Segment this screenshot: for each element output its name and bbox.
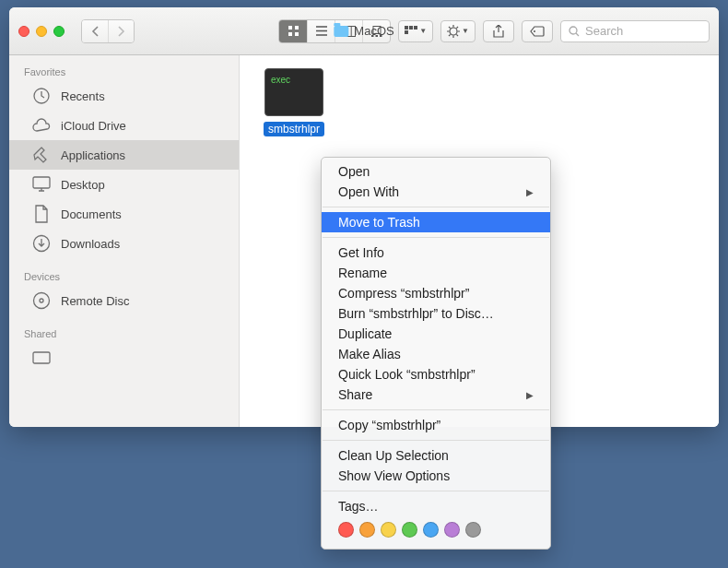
menu-compress[interactable]: Compress “smbstrhlpr”: [322, 283, 550, 303]
menu-open[interactable]: Open: [322, 161, 550, 182]
view-icons-button[interactable]: [279, 20, 307, 42]
sidebar-item-label: Remote Disc: [61, 294, 129, 308]
tag-color-yellow[interactable]: [381, 522, 396, 538]
sidebar-item-applications[interactable]: Applications: [9, 140, 239, 170]
svg-point-34: [40, 299, 43, 302]
sidebar-item-label: Desktop: [61, 178, 105, 192]
tags-button[interactable]: [522, 20, 553, 42]
menu-separator: [323, 207, 549, 207]
svg-line-25: [449, 34, 451, 36]
download-icon: [31, 234, 52, 253]
disc-icon: [31, 291, 52, 310]
svg-line-29: [576, 33, 579, 36]
title-text: MacOS: [354, 24, 393, 38]
menu-burn[interactable]: Burn “smbstrhlpr” to Disc…: [322, 303, 550, 324]
svg-line-24: [456, 34, 458, 36]
menu-move-to-trash[interactable]: Move to Trash: [322, 212, 550, 232]
svg-rect-16: [414, 26, 417, 30]
menu-open-with[interactable]: Open With▶: [322, 182, 550, 202]
menu-separator: [323, 491, 549, 491]
minimize-window-button[interactable]: [36, 26, 47, 37]
svg-rect-0: [288, 26, 292, 30]
traffic-lights: [18, 26, 65, 37]
desktop-icon: [31, 175, 52, 194]
menu-tags[interactable]: Tags…: [322, 496, 550, 516]
tag-color-gray[interactable]: [465, 522, 481, 538]
titlebar: MacOS ▼: [9, 7, 719, 55]
search-icon: [569, 26, 580, 37]
search-input[interactable]: Search: [560, 20, 710, 42]
apps-icon: [31, 146, 52, 164]
sidebar-item-downloads[interactable]: Downloads: [9, 229, 239, 258]
close-window-button[interactable]: [18, 26, 29, 37]
menu-separator: [323, 237, 549, 238]
sidebar: Favorites Recents iCloud Drive Applicati…: [9, 55, 240, 427]
menu-get-info[interactable]: Get Info: [322, 243, 550, 263]
cloud-icon: [31, 116, 52, 135]
svg-line-23: [449, 27, 451, 29]
menu-duplicate[interactable]: Duplicate: [322, 324, 550, 344]
clock-icon: [31, 87, 52, 105]
tag-color-orange[interactable]: [359, 522, 375, 538]
sidebar-item-label: Recents: [61, 89, 105, 103]
sidebar-item-shared[interactable]: [9, 343, 239, 373]
svg-rect-15: [409, 26, 413, 30]
sidebar-item-documents[interactable]: Documents: [9, 199, 239, 229]
arrange-button[interactable]: ▼: [398, 20, 433, 42]
context-menu: Open Open With▶ Move to Trash Get Info R…: [321, 157, 551, 550]
file-name-label: smbstrhlpr: [264, 122, 324, 136]
menu-view-options[interactable]: Show View Options: [322, 466, 550, 486]
menu-clean-up[interactable]: Clean Up Selection: [322, 445, 550, 466]
chevron-right-icon: ▶: [526, 187, 534, 197]
box-icon: [31, 349, 52, 367]
nav-buttons: [81, 19, 135, 43]
svg-rect-3: [295, 32, 299, 36]
sidebar-header-devices: Devices: [9, 267, 239, 286]
maximize-window-button[interactable]: [53, 26, 65, 37]
forward-button[interactable]: [108, 20, 134, 42]
menu-separator: [323, 409, 549, 410]
sidebar-item-recents[interactable]: Recents: [9, 81, 239, 111]
sidebar-item-label: iCloud Drive: [61, 119, 126, 133]
menu-copy[interactable]: Copy “smbstrhlpr”: [322, 415, 550, 435]
svg-rect-31: [33, 177, 50, 188]
sidebar-header-favorites: Favorites: [9, 63, 239, 81]
svg-rect-17: [405, 30, 408, 34]
exec-icon: exec: [264, 68, 323, 116]
sidebar-item-label: Downloads: [61, 237, 120, 251]
tag-color-blue[interactable]: [423, 522, 439, 538]
window-title: MacOS: [334, 24, 393, 38]
svg-point-28: [569, 27, 577, 34]
chevron-right-icon: ▶: [526, 390, 534, 400]
sidebar-item-remote-disc[interactable]: Remote Disc: [9, 286, 239, 315]
tag-color-purple[interactable]: [444, 522, 460, 538]
svg-point-27: [534, 30, 535, 32]
view-list-button[interactable]: [307, 20, 335, 42]
tag-color-green[interactable]: [402, 522, 417, 538]
svg-point-18: [450, 28, 457, 35]
sidebar-item-label: Documents: [61, 207, 122, 221]
back-button[interactable]: [82, 20, 108, 42]
menu-make-alias[interactable]: Make Alias: [322, 344, 550, 364]
svg-line-26: [456, 27, 458, 29]
folder-icon: [334, 26, 348, 37]
svg-rect-2: [288, 32, 292, 36]
action-button[interactable]: ▼: [440, 20, 476, 42]
sidebar-header-shared: Shared: [9, 325, 239, 343]
svg-rect-1: [295, 26, 299, 30]
tag-color-red[interactable]: [338, 522, 354, 538]
menu-rename[interactable]: Rename: [322, 263, 550, 283]
svg-point-33: [34, 293, 50, 309]
sidebar-item-label: Applications: [61, 148, 125, 162]
search-placeholder: Search: [585, 24, 623, 38]
menu-share[interactable]: Share▶: [322, 385, 550, 405]
svg-rect-35: [33, 352, 50, 363]
share-button[interactable]: [483, 20, 514, 42]
doc-icon: [31, 205, 52, 223]
file-item[interactable]: exec smbstrhlpr: [252, 68, 335, 136]
menu-separator: [323, 440, 549, 441]
sidebar-item-desktop[interactable]: Desktop: [9, 170, 239, 199]
sidebar-item-icloud[interactable]: iCloud Drive: [9, 111, 239, 140]
menu-quick-look[interactable]: Quick Look “smbstrhlpr”: [322, 364, 550, 385]
tags-row: [322, 516, 550, 545]
